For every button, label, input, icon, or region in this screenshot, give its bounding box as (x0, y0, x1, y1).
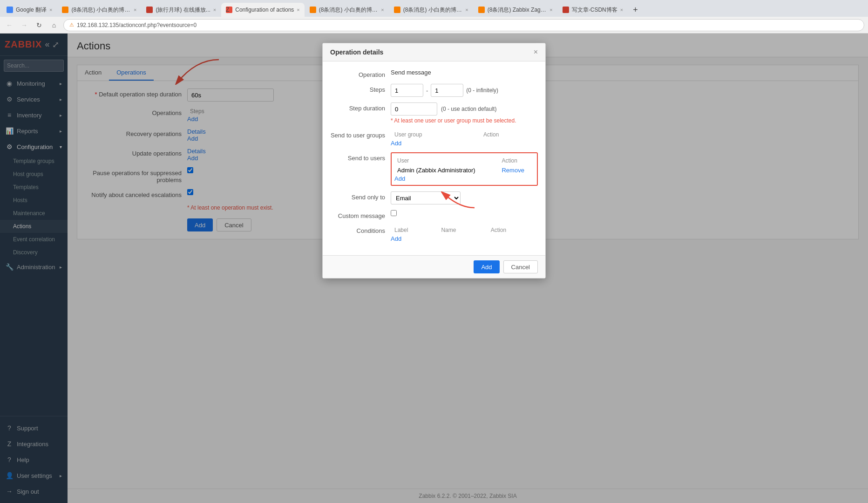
name-col-header: Name (437, 225, 487, 235)
operation-label: Operation (330, 69, 391, 78)
steps-hint: (0 - infinitely) (466, 87, 498, 94)
tab-label: Google 翻译 (16, 6, 47, 14)
tab-close[interactable]: × (465, 7, 468, 13)
step-duration-modal-control: (0 - use action default) * At least one … (391, 102, 538, 124)
table-row: Admin (Zabbix Administrator) Remove (394, 165, 534, 175)
steps-to-input[interactable] (431, 84, 463, 97)
remove-user-link[interactable]: Remove (502, 167, 524, 174)
add-user-link[interactable]: Add (394, 175, 405, 182)
user-group-col: User group (391, 129, 480, 140)
modal-cancel-btn[interactable]: Cancel (503, 260, 538, 273)
modal-header: Operation details × (323, 43, 545, 61)
tab-icon: Z (226, 7, 232, 13)
tab-zabbix-agent[interactable]: (8条消息) Zabbix Zagen... × (474, 3, 557, 17)
tab-icon (563, 7, 569, 13)
tab-label: 写文章-CSDN博客 (572, 6, 617, 14)
modal-close-btn[interactable]: × (534, 48, 538, 56)
security-icon: ⚠ (69, 22, 74, 28)
tab-close[interactable]: × (49, 7, 52, 13)
tab-csdn[interactable]: 写文章-CSDN博客 × (558, 3, 628, 17)
address-bar[interactable]: ⚠ 192.168.132.135/actionconf.php?eventso… (63, 19, 864, 31)
steps-from-input[interactable] (391, 84, 423, 97)
tab-label: (8条消息) 小白奥的博客- (319, 6, 379, 14)
tab-label: (旅行月球) 在线播放... (156, 6, 210, 14)
tab-google-translate[interactable]: Google 翻译 × (2, 3, 57, 17)
modal-row-conditions: Conditions Label Name Action Add (330, 225, 538, 242)
home-btn[interactable]: ⌂ (48, 20, 60, 31)
steps-label: Steps (330, 84, 391, 93)
send-groups-control: User group Action Add (391, 129, 538, 147)
user-name-cell: Admin (Zabbix Administrator) (394, 165, 499, 175)
tab-icon (146, 7, 153, 13)
send-groups-table: User group Action (391, 129, 538, 140)
tab-close[interactable]: × (549, 7, 552, 13)
cond-action-col-header: Action (487, 225, 538, 235)
custom-message-checkbox[interactable] (391, 210, 397, 216)
modal-row-custom-message: Custom message (330, 210, 538, 219)
modal-row-steps: Steps - (0 - infinitely) (330, 84, 538, 97)
send-to-users-box: User Action Admin (Zabbix Administrator)… (391, 152, 538, 186)
send-users-control: User Action Admin (Zabbix Administrator)… (391, 152, 538, 186)
conditions-label: Conditions (330, 225, 391, 234)
modal-row-send-groups: Send to user groups User group Action Ad… (330, 129, 538, 147)
browser-chrome: Google 翻译 × (8条消息) 小白奥的博客- × (旅行月球) 在线播放… (0, 0, 868, 34)
tab-close[interactable]: × (297, 7, 299, 13)
user-action-col-header: Action (499, 156, 534, 165)
step-duration-modal-input[interactable] (391, 102, 437, 116)
tab-label: (8条消息) 小白奥的博客- (403, 6, 463, 14)
tab-close[interactable]: × (620, 7, 623, 13)
steps-container: - (0 - infinitely) (391, 84, 538, 97)
label-col-header: Label (391, 225, 437, 235)
conditions-table: Label Name Action (391, 225, 538, 235)
browser-nav-bar: ← → ↻ ⌂ ⚠ 192.168.132.135/actionconf.php… (0, 17, 868, 34)
tab-label: (8条消息) Zabbix Zagen... (488, 6, 547, 14)
operation-value: Send message (391, 67, 431, 76)
add-group-link[interactable]: Add (391, 140, 401, 147)
send-users-table: User Action Admin (Zabbix Administrator)… (394, 156, 534, 175)
tab-close[interactable]: × (134, 7, 136, 13)
modal-row-send-only-to: Send only to Email SMS Jabber (330, 191, 538, 204)
action-col-groups: Action (480, 129, 538, 140)
send-users-label: Send to users (330, 152, 391, 162)
tab-icon (7, 7, 13, 13)
steps-control: - (0 - infinitely) (391, 84, 538, 97)
modal-body: Operation Send message Steps - (0 - infi… (323, 61, 545, 255)
tab-icon (310, 7, 316, 13)
tab-travel[interactable]: (旅行月球) 在线播放... × (142, 3, 221, 17)
refresh-btn[interactable]: ↻ (34, 20, 45, 31)
user-col-header: User (394, 156, 499, 165)
user-action-cell: Remove (499, 165, 534, 175)
modal-row-step-duration: Step duration (0 - use action default) *… (330, 102, 538, 124)
tab-config-actions[interactable]: Z Configuration of actions × (221, 3, 305, 17)
tab-blog-3[interactable]: (8条消息) 小白奥的博客- × (389, 3, 473, 17)
add-condition-link[interactable]: Add (391, 235, 401, 242)
operation-control: Send message (391, 69, 538, 76)
modal-add-btn[interactable]: Add (474, 260, 499, 273)
modal-row-send-users: Send to users User Action (330, 152, 538, 186)
tab-icon (394, 7, 400, 13)
tab-blog-1[interactable]: (8条消息) 小白奥的博客- × (57, 3, 141, 17)
address-text: 192.168.132.135/actionconf.php?eventsour… (77, 22, 197, 28)
send-only-to-label: Send only to (330, 191, 391, 201)
modal-footer: Add Cancel (323, 255, 545, 278)
new-tab-btn[interactable]: + (628, 3, 643, 17)
custom-message-control (391, 210, 538, 218)
forward-btn[interactable]: → (19, 20, 30, 31)
send-groups-label: Send to user groups (330, 129, 391, 139)
modal-warning-msg: * At least one user or user group must b… (391, 117, 538, 124)
custom-message-label: Custom message (330, 210, 391, 219)
tab-label: Configuration of actions (235, 7, 294, 13)
step-duration-hint: (0 - use action default) (441, 106, 496, 112)
modal-title: Operation details (330, 48, 383, 56)
send-only-to-control: Email SMS Jabber (391, 191, 538, 204)
send-only-to-select[interactable]: Email SMS Jabber (391, 191, 461, 204)
tab-close[interactable]: × (213, 7, 216, 13)
tab-close[interactable]: × (381, 7, 384, 13)
tab-icon (62, 7, 68, 13)
step-duration-modal-label: Step duration (330, 102, 391, 112)
conditions-control: Label Name Action Add (391, 225, 538, 242)
back-btn[interactable]: ← (4, 20, 15, 31)
tab-blog-2[interactable]: (8条消息) 小白奥的博客- × (305, 3, 389, 17)
modal-row-operation: Operation Send message (330, 69, 538, 78)
tab-icon (478, 7, 485, 13)
